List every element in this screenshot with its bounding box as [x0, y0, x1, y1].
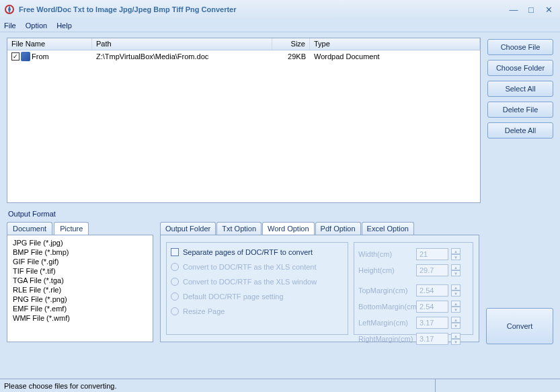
leftmargin-label: LeftMargin(cm) [358, 319, 413, 327]
delete-all-button[interactable]: Delete All [487, 122, 553, 139]
spinner: ▲▼ [451, 333, 461, 345]
topmargin-label: TopMargin(cm) [358, 286, 413, 295]
output-format-label: Output Format [8, 210, 553, 218]
radio-icon [171, 263, 179, 271]
row-type: Wordpad Document [310, 52, 480, 61]
col-path[interactable]: Path [92, 38, 272, 50]
row-path: Z:\TmpVirtualBox\Media\From.doc [92, 52, 272, 61]
checkbox-icon[interactable] [171, 248, 179, 256]
topmargin-input [416, 284, 448, 297]
list-item[interactable]: BMP File (*.bmp) [7, 247, 153, 257]
spinner: ▲▼ [451, 248, 461, 260]
menu-file[interactable]: File [4, 22, 16, 30]
delete-file-button[interactable]: Delete File [487, 102, 553, 118]
radio-icon [171, 292, 179, 301]
file-list[interactable]: File Name Path Size Type ✓ From Z:\TmpVi… [7, 38, 481, 203]
opt-default-page: Default DOC/RTF page setting [171, 292, 344, 301]
spinner: ▲▼ [451, 284, 461, 297]
title-bar: Free Word/Doc Txt to Image Jpg/Jpeg Bmp … [0, 0, 560, 19]
opt-resize-page: Resize Page [171, 307, 344, 315]
tab-picture[interactable]: Picture [54, 222, 89, 235]
radio-icon [171, 307, 179, 315]
list-item[interactable]: WMF File (*.wmf) [7, 313, 153, 323]
tab-output-folder[interactable]: Output Folder [160, 222, 216, 235]
bottommargin-label: BottomMargin(cm) [358, 303, 413, 311]
file-list-header: File Name Path Size Type [7, 38, 480, 50]
convert-button[interactable]: Convert [486, 308, 553, 344]
menu-option[interactable]: Option [26, 22, 47, 30]
row-size: 29KB [272, 52, 310, 61]
tab-pdf-option[interactable]: Pdf Option [315, 222, 361, 235]
status-divider [435, 379, 556, 392]
opt-separate-pages[interactable]: Separate pages of DOC/RTF to convert [171, 248, 344, 256]
list-item[interactable]: GIF File (*.gif) [7, 257, 153, 266]
status-bar: Please choose files for converting. [0, 379, 560, 392]
status-text: Please choose files for converting. [4, 382, 117, 390]
spinner: ▲▼ [451, 301, 461, 313]
list-item[interactable]: TGA File (*.tga) [7, 276, 153, 285]
rightmargin-input [416, 333, 448, 345]
width-input [416, 248, 448, 260]
list-item[interactable]: JPG File (*.jpg) [7, 238, 153, 247]
window-title: Free Word/Doc Txt to Image Jpg/Jpeg Bmp … [19, 5, 504, 13]
opt-xls-content: Convert to DOC/RTF as the XLS content [171, 263, 344, 271]
list-item[interactable]: PNG File (*.png) [7, 295, 153, 304]
choose-file-button[interactable]: Choose File [487, 39, 553, 55]
radio-icon [171, 278, 179, 286]
bottommargin-input [416, 301, 448, 313]
tab-document[interactable]: Document [7, 222, 52, 235]
menu-help[interactable]: Help [56, 22, 72, 30]
tab-excel-option[interactable]: Excel Option [362, 222, 414, 235]
tab-word-option[interactable]: Word Option [262, 222, 315, 235]
doc-icon [21, 52, 30, 61]
col-size[interactable]: Size [272, 38, 310, 50]
select-all-button[interactable]: Select All [487, 81, 553, 97]
height-label: Height(cm) [358, 266, 413, 274]
spinner: ▲▼ [451, 264, 461, 276]
col-filename[interactable]: File Name [7, 38, 92, 50]
maximize-button[interactable]: □ [524, 3, 538, 15]
rightmargin-label: RightMargin(cm) [358, 335, 413, 343]
row-filename: From [32, 52, 49, 61]
close-button[interactable]: ✕ [541, 3, 556, 15]
list-item[interactable]: TIF File (*.tif) [7, 266, 153, 276]
spinner: ▲▼ [451, 317, 461, 329]
minimize-button[interactable]: — [506, 3, 521, 15]
height-input [416, 264, 448, 276]
col-type[interactable]: Type [310, 38, 480, 50]
opt-xls-window: Convert to DOC/RTF as the XLS window [171, 278, 344, 286]
format-listbox[interactable]: JPG File (*.jpg) BMP File (*.bmp) GIF Fi… [7, 235, 153, 342]
app-logo-icon [4, 4, 15, 15]
tab-txt-option[interactable]: Txt Option [216, 222, 262, 235]
width-label: Width(cm) [358, 250, 413, 258]
leftmargin-input [416, 317, 448, 329]
row-checkbox[interactable]: ✓ [11, 52, 19, 61]
choose-folder-button[interactable]: Choose Folder [487, 60, 553, 76]
file-row[interactable]: ✓ From Z:\TmpVirtualBox\Media\From.doc 2… [7, 50, 480, 63]
menu-bar: File Option Help [0, 19, 560, 32]
list-item[interactable]: EMF File (*.emf) [7, 304, 153, 313]
list-item[interactable]: RLE File (*.rle) [7, 285, 153, 295]
